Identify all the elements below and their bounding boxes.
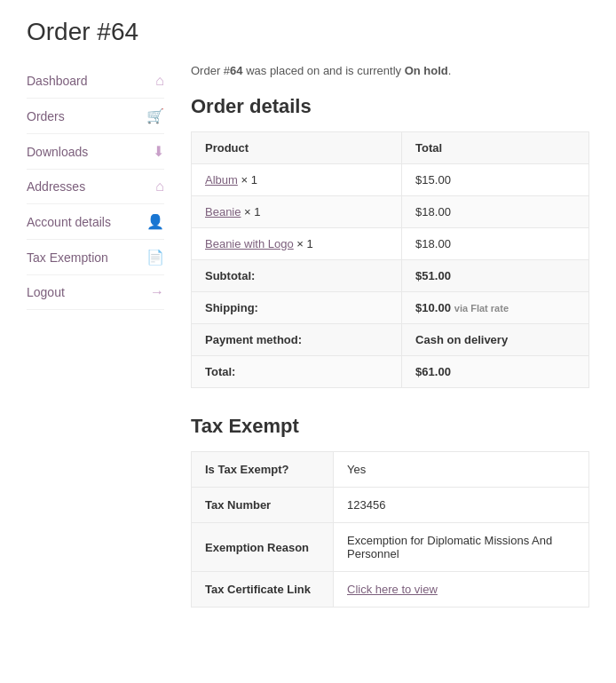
sidebar-icon-logout: → (150, 284, 164, 300)
order-details-title: Order details (191, 95, 589, 118)
sidebar-label-account-details: Account details (27, 215, 111, 229)
tax-field-value: Yes (347, 463, 366, 476)
sidebar-label-logout: Logout (27, 285, 65, 299)
layout: Dashboard⌂Orders🛒Downloads⬇Addresses⌂Acc… (27, 64, 589, 608)
page-title: Order #64 (27, 18, 589, 46)
product-name-cell: Beanie × 1 (192, 196, 402, 228)
summary-label: Subtotal: (192, 260, 402, 292)
product-name-cell: Album × 1 (192, 164, 402, 196)
status-value: On hold (405, 64, 448, 77)
sidebar-label-addresses: Addresses (27, 179, 85, 194)
summary-label: Payment method: (192, 324, 402, 356)
sidebar-label-orders: Orders (27, 109, 65, 123)
table-row: Beanie × 1 $18.00 (192, 196, 589, 228)
sidebar-icon-orders: 🛒 (146, 107, 164, 124)
tax-field-value: 123456 (347, 498, 385, 512)
order-status-text: Order #64 was placed on and is currently… (191, 64, 589, 77)
tax-field-label: Tax Certificate Link (192, 572, 334, 608)
tax-field-label: Is Tax Exempt? (192, 452, 334, 488)
order-table: Product Total Album × 1 $15.00 Beanie × … (191, 131, 589, 388)
tax-field-value-cell: Yes (334, 452, 589, 488)
sidebar-item-tax-exemption[interactable]: Tax Exemption📄 (27, 240, 164, 275)
summary-value: $10.00via Flat rate (402, 292, 589, 324)
product-total-cell: $15.00 (402, 164, 589, 196)
summary-row: Payment method: Cash on delivery (192, 324, 589, 356)
sidebar-icon-tax-exemption: 📄 (146, 249, 164, 266)
tax-exempt-title: Tax Exempt (191, 415, 589, 438)
tax-field-value-cell: Click here to view (334, 572, 589, 608)
sidebar-item-downloads[interactable]: Downloads⬇ (27, 134, 164, 170)
sidebar-item-logout[interactable]: Logout→ (27, 275, 164, 310)
product-name-cell: Beanie with Logo × 1 (192, 228, 402, 260)
summary-value: Cash on delivery (402, 324, 589, 356)
status-middle: was placed on and is currently (243, 64, 405, 77)
tax-field-value: Excemption for Diplomatic Missions And P… (347, 534, 552, 560)
tax-exempt-row: Exemption Reason Excemption for Diplomat… (192, 523, 589, 572)
sidebar-item-orders[interactable]: Orders🛒 (27, 99, 164, 134)
sidebar-item-addresses[interactable]: Addresses⌂ (27, 170, 164, 204)
sidebar-label-downloads: Downloads (27, 145, 88, 159)
tax-certificate-link[interactable]: Click here to view (347, 583, 438, 596)
product-link[interactable]: Beanie (205, 205, 241, 218)
tax-field-label: Exemption Reason (192, 523, 334, 572)
table-row: Album × 1 $15.00 (192, 164, 589, 196)
product-total-cell: $18.00 (402, 196, 589, 228)
summary-label: Total: (192, 356, 402, 388)
col-total: Total (402, 132, 589, 164)
sidebar-item-account-details[interactable]: Account details👤 (27, 204, 164, 240)
order-number: 64 (230, 64, 242, 77)
col-product: Product (192, 132, 402, 164)
status-suffix: . (448, 64, 452, 77)
summary-row: Total: $61.00 (192, 356, 589, 388)
tax-field-label: Tax Number (192, 488, 334, 523)
sidebar-icon-account-details: 👤 (146, 213, 164, 230)
summary-row: Shipping: $10.00via Flat rate (192, 292, 589, 324)
status-prefix: Order # (191, 64, 230, 77)
table-row: Beanie with Logo × 1 $18.00 (192, 228, 589, 260)
sidebar-icon-addresses: ⌂ (155, 179, 164, 195)
product-link[interactable]: Album (205, 173, 238, 187)
sidebar-icon-downloads: ⬇ (153, 143, 164, 160)
tax-exempt-row: Tax Certificate Link Click here to view (192, 572, 589, 608)
page-wrapper: Order #64 Dashboard⌂Orders🛒Downloads⬇Add… (0, 0, 616, 625)
summary-row: Subtotal: $51.00 (192, 260, 589, 292)
main-content: Order #64 was placed on and is currently… (173, 64, 589, 608)
tax-field-value-cell: Excemption for Diplomatic Missions And P… (334, 523, 589, 572)
summary-value: $51.00 (402, 260, 589, 292)
tax-exempt-row: Is Tax Exempt? Yes (192, 452, 589, 488)
shipping-note: via Flat rate (454, 303, 509, 314)
tax-exempt-row: Tax Number 123456 (192, 488, 589, 523)
sidebar-label-tax-exemption: Tax Exemption (27, 250, 108, 265)
sidebar-icon-dashboard: ⌂ (155, 73, 164, 89)
product-total-cell: $18.00 (402, 228, 589, 260)
tax-field-value-cell: 123456 (334, 488, 589, 523)
summary-label: Shipping: (192, 292, 402, 324)
summary-value: $61.00 (402, 356, 589, 388)
product-link[interactable]: Beanie with Logo (205, 237, 294, 250)
tax-exempt-table: Is Tax Exempt? Yes Tax Number 123456 Exe… (191, 451, 589, 608)
sidebar-item-dashboard[interactable]: Dashboard⌂ (27, 64, 164, 99)
sidebar-label-dashboard: Dashboard (27, 74, 88, 88)
sidebar: Dashboard⌂Orders🛒Downloads⬇Addresses⌂Acc… (27, 64, 173, 608)
